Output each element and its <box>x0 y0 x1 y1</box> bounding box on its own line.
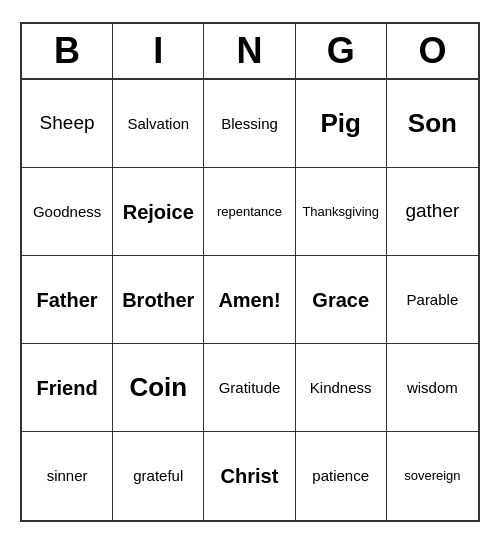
bingo-cell: Son <box>387 80 478 168</box>
bingo-cell: Kindness <box>296 344 387 432</box>
bingo-cell: sovereign <box>387 432 478 520</box>
cell-text: patience <box>312 467 369 485</box>
cell-text: sovereign <box>404 468 460 484</box>
cell-text: Blessing <box>221 115 278 133</box>
cell-text: Coin <box>129 372 187 403</box>
cell-text: Gratitude <box>219 379 281 397</box>
cell-text: Parable <box>407 291 459 309</box>
bingo-cell: repentance <box>204 168 295 256</box>
header-letter: G <box>296 24 387 78</box>
cell-text: Thanksgiving <box>302 204 379 220</box>
bingo-cell: gather <box>387 168 478 256</box>
header-letter: N <box>204 24 295 78</box>
bingo-cell: Grace <box>296 256 387 344</box>
cell-text: Kindness <box>310 379 372 397</box>
bingo-cell: Gratitude <box>204 344 295 432</box>
cell-text: repentance <box>217 204 282 220</box>
cell-text: Brother <box>122 288 194 312</box>
bingo-cell: Brother <box>113 256 204 344</box>
bingo-cell: Parable <box>387 256 478 344</box>
bingo-cell: Christ <box>204 432 295 520</box>
bingo-cell: Rejoice <box>113 168 204 256</box>
bingo-cell: Thanksgiving <box>296 168 387 256</box>
cell-text: grateful <box>133 467 183 485</box>
bingo-cell: Father <box>22 256 113 344</box>
bingo-cell: sinner <box>22 432 113 520</box>
cell-text: Son <box>408 108 457 139</box>
bingo-cell: grateful <box>113 432 204 520</box>
bingo-cell: Goodness <box>22 168 113 256</box>
cell-text: wisdom <box>407 379 458 397</box>
bingo-cell: Sheep <box>22 80 113 168</box>
bingo-cell: patience <box>296 432 387 520</box>
cell-text: Goodness <box>33 203 101 221</box>
header-letter: I <box>113 24 204 78</box>
cell-text: Amen! <box>218 288 280 312</box>
cell-text: Grace <box>312 288 369 312</box>
cell-text: Salvation <box>127 115 189 133</box>
cell-text: Friend <box>37 376 98 400</box>
header-letter: B <box>22 24 113 78</box>
cell-text: sinner <box>47 467 88 485</box>
cell-text: Christ <box>221 464 279 488</box>
cell-text: gather <box>405 200 459 223</box>
cell-text: Sheep <box>40 112 95 135</box>
bingo-header: BINGO <box>22 24 478 80</box>
bingo-cell: Blessing <box>204 80 295 168</box>
bingo-cell: wisdom <box>387 344 478 432</box>
bingo-cell: Salvation <box>113 80 204 168</box>
bingo-cell: Coin <box>113 344 204 432</box>
bingo-grid: SheepSalvationBlessingPigSonGoodnessRejo… <box>22 80 478 520</box>
bingo-cell: Friend <box>22 344 113 432</box>
cell-text: Pig <box>320 108 360 139</box>
cell-text: Rejoice <box>123 200 194 224</box>
bingo-card: BINGO SheepSalvationBlessingPigSonGoodne… <box>20 22 480 522</box>
header-letter: O <box>387 24 478 78</box>
bingo-cell: Pig <box>296 80 387 168</box>
bingo-cell: Amen! <box>204 256 295 344</box>
cell-text: Father <box>37 288 98 312</box>
